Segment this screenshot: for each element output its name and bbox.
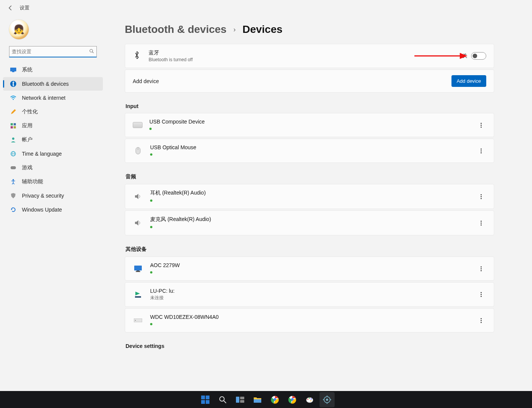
device-row[interactable]: USB Composite Device — [125, 113, 494, 137]
svg-point-26 — [135, 320, 136, 321]
nav-system[interactable]: 系统 — [3, 63, 103, 77]
nav-windows-update[interactable]: Windows Update — [3, 203, 103, 216]
svg-point-0 — [90, 49, 93, 53]
nav-label: 游戏 — [22, 164, 33, 171]
toggle-knob — [473, 54, 477, 58]
svg-rect-34 — [240, 397, 244, 399]
taskbar-paint[interactable] — [302, 392, 317, 407]
status-dot — [149, 128, 152, 130]
nav-accounts[interactable]: 帐户 — [3, 133, 103, 147]
nav-label: 个性化 — [22, 108, 38, 115]
device-status-text: 未连接 — [150, 295, 175, 301]
nav-network[interactable]: Network & internet — [3, 91, 103, 105]
more-button[interactable] — [476, 191, 486, 202]
nav-label: Bluetooth & devices — [22, 81, 69, 87]
taskbar-taskview[interactable] — [233, 392, 248, 407]
search-input[interactable] — [9, 46, 97, 57]
monitor-icon — [133, 264, 143, 273]
chevron-right-icon: › — [233, 26, 236, 34]
accessibility-icon — [10, 178, 17, 185]
svg-rect-6 — [11, 123, 13, 125]
taskbar-settings[interactable] — [320, 392, 335, 407]
device-row[interactable]: AOC 2279W — [125, 257, 494, 280]
section-audio-title: 音频 — [126, 173, 494, 180]
more-button[interactable] — [476, 263, 486, 274]
nav-personalization[interactable]: 个性化 — [3, 105, 103, 119]
svg-rect-14 — [11, 166, 16, 169]
add-device-button[interactable]: Add device — [451, 75, 486, 87]
svg-rect-27 — [201, 396, 205, 399]
nav-accessibility[interactable]: 辅助功能 — [3, 175, 103, 189]
gamepad-icon — [10, 164, 17, 171]
more-button[interactable] — [476, 289, 486, 300]
svg-rect-21 — [136, 270, 140, 271]
taskbar-explorer[interactable] — [250, 392, 265, 407]
annotation-arrow — [414, 52, 467, 60]
taskbar-chrome-2[interactable] — [285, 392, 300, 407]
more-button[interactable] — [476, 218, 486, 228]
svg-rect-9 — [14, 126, 16, 128]
nav-label: Privacy & security — [22, 193, 64, 199]
nav-time-language[interactable]: Time & language — [3, 147, 103, 161]
svg-line-1 — [92, 52, 93, 53]
device-name: WDC WD10EZEX-08WN4A0 — [150, 314, 219, 320]
bluetooth-toggle[interactable] — [471, 52, 486, 60]
svg-rect-20 — [134, 266, 142, 270]
taskbar-chrome-1[interactable] — [267, 392, 282, 407]
svg-rect-29 — [201, 400, 205, 404]
more-button[interactable] — [476, 120, 486, 130]
device-name: 耳机 (Realtek(R) Audio) — [150, 190, 206, 196]
svg-rect-24 — [135, 296, 141, 298]
hdd-icon — [133, 316, 143, 325]
shield-icon — [10, 192, 17, 199]
svg-rect-7 — [14, 123, 16, 125]
speaker-icon — [133, 192, 143, 201]
app-title: 设置 — [20, 5, 29, 11]
add-device-label: Add device — [133, 78, 159, 84]
start-button[interactable] — [198, 392, 213, 407]
svg-rect-30 — [206, 400, 209, 404]
media-device-icon — [133, 291, 143, 299]
keyboard-icon — [133, 122, 143, 128]
device-name: USB Composite Device — [149, 119, 205, 125]
avatar[interactable]: 👧 — [9, 20, 29, 39]
more-button[interactable] — [476, 315, 486, 326]
sidebar: 👧 系统 Bluetooth & devices Network & inter… — [0, 16, 106, 392]
nav-label: 应用 — [22, 122, 33, 129]
breadcrumb-parent[interactable]: Bluetooth & devices — [125, 23, 226, 36]
status-dot — [150, 153, 152, 156]
main-content: Bluetooth & devices › Devices 蓝牙 Bluetoo… — [106, 16, 532, 392]
microphone-icon — [133, 219, 143, 227]
wifi-icon — [10, 94, 17, 101]
back-icon[interactable] — [8, 5, 14, 11]
device-row[interactable]: WDC WD10EZEX-08WN4A0 — [125, 309, 494, 332]
section-device-settings-title: Device settings — [126, 343, 494, 349]
taskbar-search[interactable] — [215, 392, 230, 407]
device-name: LU-PC: lu: — [150, 288, 175, 294]
bluetooth-subtitle: Bluetooth is turned off — [149, 57, 193, 62]
apps-icon — [10, 122, 17, 129]
bluetooth-row: 蓝牙 Bluetooth is turned off 关 — [125, 44, 494, 68]
svg-rect-28 — [206, 396, 209, 399]
svg-point-42 — [307, 399, 308, 400]
device-name: USB Optical Mouse — [150, 144, 196, 150]
nav-label: 系统 — [22, 66, 33, 73]
device-name: AOC 2279W — [150, 262, 180, 268]
device-row[interactable]: 麦克风 (Realtek(R) Audio) — [125, 211, 494, 235]
status-dot — [150, 323, 152, 325]
nav-privacy[interactable]: Privacy & security — [3, 189, 103, 202]
section-other-title: 其他设备 — [126, 246, 494, 253]
svg-point-47 — [326, 399, 328, 401]
more-button[interactable] — [476, 145, 486, 156]
device-row[interactable]: USB Optical Mouse — [125, 139, 494, 162]
nav-gaming[interactable]: 游戏 — [3, 161, 103, 175]
device-row[interactable]: 耳机 (Realtek(R) Audio) — [125, 184, 494, 209]
nav-apps[interactable]: 应用 — [3, 119, 103, 133]
svg-point-10 — [12, 138, 14, 140]
system-icon — [10, 66, 17, 73]
nav-bluetooth-devices[interactable]: Bluetooth & devices — [3, 77, 103, 91]
bluetooth-title: 蓝牙 — [149, 49, 193, 56]
status-dot — [150, 199, 152, 202]
nav-label: Time & language — [22, 151, 62, 157]
device-row[interactable]: LU-PC: lu: 未连接 — [125, 283, 494, 306]
